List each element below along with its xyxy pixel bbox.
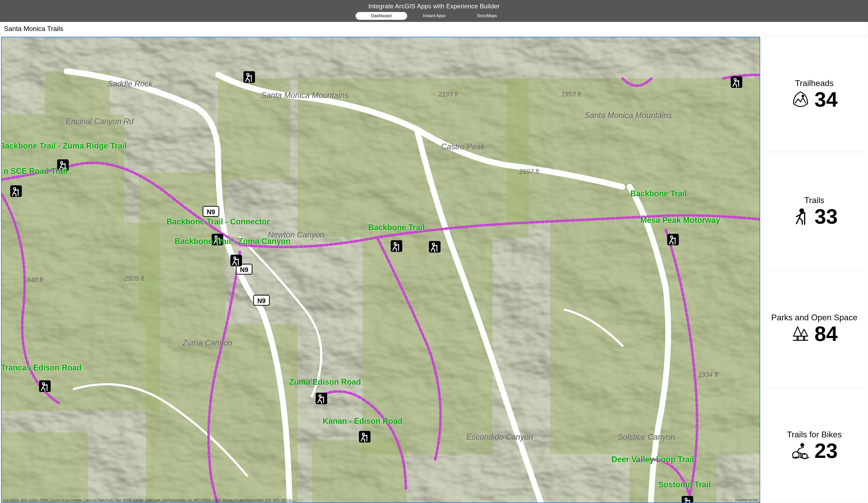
svg-text:N9: N9 — [240, 266, 248, 274]
geo-label: Castro Peak — [441, 142, 485, 151]
trail-label: Backbone Trail — [368, 223, 425, 232]
map-attribution: Esri, NASA, NGA, USGS, FEMA | County of … — [3, 498, 758, 502]
svg-point-34 — [802, 95, 804, 97]
stats-column: Trailheads 34 Trails — [762, 37, 866, 503]
stat-title: Parks and Open Space — [771, 313, 858, 322]
trail-label: Trancas Edison Road — [2, 363, 82, 372]
stat-title: Trails — [804, 195, 824, 205]
hiker-marker-icon[interactable] — [230, 255, 242, 266]
hiker-marker-icon[interactable] — [243, 71, 255, 83]
hiker-marker-icon[interactable] — [429, 241, 441, 253]
content-area: N9N9N9 Saddle RockSanta Monica Mountains… — [0, 36, 868, 503]
header-bar: Integrate ArcGIS Apps with Experience Bu… — [0, 0, 868, 22]
map-svg[interactable]: N9N9N9 Saddle RockSanta Monica Mountains… — [2, 37, 760, 502]
stat-value: 23 — [815, 440, 838, 461]
stat-card-trailheads: Trailheads 34 — [762, 37, 866, 152]
trail-label: Backbone Trail — [630, 189, 687, 198]
svg-text:N9: N9 — [257, 297, 266, 305]
hiker-marker-icon[interactable] — [731, 76, 742, 88]
map-attribution-sources: Esri, NASA, NGA, USGS, FEMA | County of … — [3, 498, 295, 502]
svg-rect-13 — [2, 432, 88, 502]
trail-label: Backbone Trail - Zuma Ridge Trail — [2, 141, 127, 150]
trail-label: Sostomo Trail — [658, 480, 711, 489]
geo-label: Solstice Canyon — [618, 432, 675, 441]
elevation-label: 1953 ft — [561, 90, 581, 98]
trail-label: Kanan - Edison Road — [323, 417, 402, 425]
dashboard-title: Santa Monica Trails — [0, 22, 868, 36]
elevation-label: 2697 ft — [519, 168, 539, 175]
svg-rect-4 — [139, 172, 226, 324]
bike-icon — [791, 441, 810, 460]
tab-instant-apps[interactable]: Instant Apps — [407, 12, 461, 20]
geo-label: Escondido Canyon — [466, 432, 533, 441]
svg-text:N9: N9 — [207, 208, 215, 216]
elevation-label: 1848 ft — [23, 276, 43, 284]
road-shield: N9 — [203, 206, 219, 217]
svg-rect-9 — [507, 79, 651, 223]
stat-value: 34 — [815, 89, 838, 110]
elevation-label: 2193 ft — [438, 90, 458, 98]
geo-label: Santa Monica Mountains — [585, 111, 672, 120]
road-shield: N9 — [254, 295, 269, 306]
stat-title: Trailheads — [795, 79, 834, 88]
stat-card-parks: Parks and Open Space 84 — [762, 271, 866, 386]
hiker-icon — [791, 207, 810, 226]
svg-rect-2 — [2, 223, 161, 411]
hiker-marker-icon[interactable] — [316, 393, 327, 404]
hiker-marker-icon[interactable] — [39, 380, 51, 392]
hiker-marker-icon[interactable] — [391, 240, 402, 252]
app-tab-row: Dashboard Instant Apps StoryMaps — [355, 12, 513, 20]
geo-label: Zuma Canyon — [182, 338, 232, 347]
tab-storymaps[interactable]: StoryMaps — [461, 12, 513, 20]
svg-point-35 — [800, 209, 803, 213]
trail-label: Backbone Trail - Zuma Canyon — [175, 237, 290, 246]
trees-icon — [791, 325, 810, 343]
hiker-marker-icon[interactable] — [667, 234, 679, 245]
svg-rect-11 — [651, 79, 760, 223]
elevation-label: 2509 ft — [124, 275, 144, 282]
trail-label: n SCE Road Trail — [4, 166, 68, 175]
tab-dashboard[interactable]: Dashboard — [355, 12, 407, 20]
geo-label: Santa Monica Mountains — [261, 91, 348, 100]
stat-value: 84 — [815, 324, 838, 344]
elevation-label: 1934 ft — [698, 371, 718, 378]
hiker-marker-icon[interactable] — [359, 431, 370, 442]
geo-label: Saddle Rock — [107, 79, 153, 88]
trail-label: Backbone Trail - Connector — [166, 217, 270, 226]
map-panel[interactable]: N9N9N9 Saddle RockSanta Monica Mountains… — [1, 37, 760, 503]
trailhead-icon — [791, 90, 810, 109]
stat-title: Trails for Bikes — [787, 430, 842, 439]
svg-point-38 — [801, 444, 804, 446]
trail-label: Mesa Peak Motorway — [640, 216, 720, 225]
geo-label: Encinal Canyon Rd — [66, 117, 134, 126]
stat-value: 33 — [815, 206, 838, 227]
hiker-marker-icon[interactable] — [10, 185, 22, 197]
stat-card-bikes: Trails for Bikes 23 — [762, 388, 866, 503]
svg-rect-10 — [550, 223, 760, 454]
page-title: Integrate ArcGIS Apps with Experience Bu… — [368, 3, 500, 10]
map-attribution-powered: Powered by Esri — [735, 498, 758, 502]
trail-label: Deer Valley Loop Trail — [611, 455, 694, 464]
stat-card-trails: Trails 33 — [762, 154, 866, 269]
svg-rect-12 — [312, 440, 406, 502]
trail-label: Zuma Edison Road — [289, 377, 361, 386]
